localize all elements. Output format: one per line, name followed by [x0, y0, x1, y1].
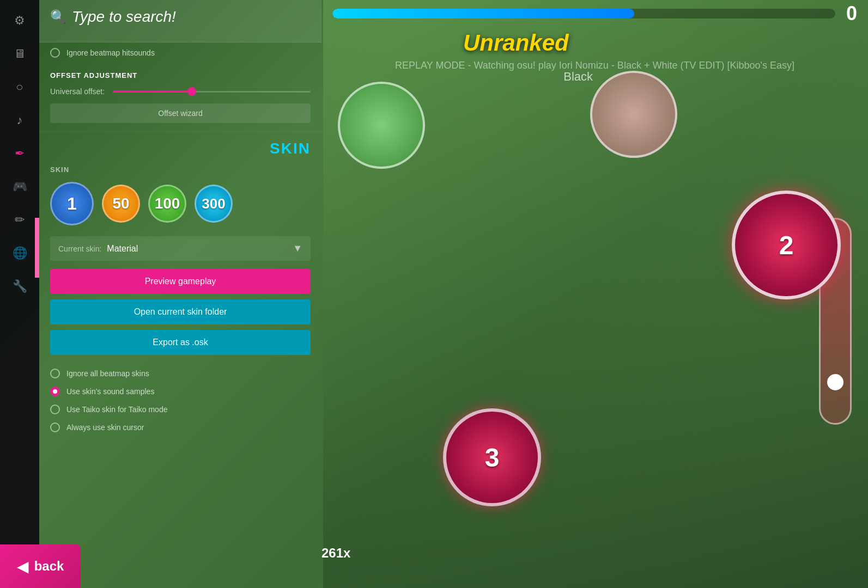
- dropdown-arrow-icon: ▼: [293, 243, 302, 254]
- radio-row-1: Use skin's sound samples: [50, 387, 311, 396]
- radio-label-1: Use skin's sound samples: [66, 387, 154, 396]
- preview-gameplay-button[interactable]: Preview gameplay: [50, 269, 311, 294]
- unranked-badge: Unranked: [463, 30, 569, 56]
- combo-counter: 261x: [321, 546, 350, 561]
- sidebar-icon-display[interactable]: 🖥: [4, 39, 35, 69]
- preview-circle-100: 100: [148, 185, 186, 223]
- sidebar-icon-edit2[interactable]: ✏: [4, 205, 35, 235]
- progress-bar-container: [332, 9, 835, 19]
- radio-use-samples[interactable]: [50, 387, 60, 396]
- skin-section: SKIN SKIN 1 50 100 300 Current skin: Mat…: [39, 132, 321, 440]
- score-display: 0: [846, 2, 857, 25]
- sidebar-icon-audio[interactable]: ♪: [4, 105, 35, 136]
- search-placeholder[interactable]: Type to search!: [72, 8, 176, 26]
- radio-label-3: Always use skin cursor: [66, 423, 144, 432]
- offset-slider[interactable]: [113, 86, 311, 97]
- radio-row-3: Always use skin cursor: [50, 422, 311, 432]
- radio-row-2: Use Taiko skin for Taiko mode: [50, 405, 311, 414]
- left-sidebar: ⚙ 🖥 ○ ♪ ✒ 🎮 ✏ 🌐 🔧: [0, 0, 39, 588]
- unranked-text: Unranked: [463, 30, 569, 56]
- offset-slider-fill: [113, 91, 192, 93]
- sidebar-icon-settings[interactable]: ⚙: [4, 5, 35, 36]
- sidebar-icon-pen[interactable]: ✒: [4, 138, 35, 169]
- search-icon: 🔍: [50, 9, 66, 24]
- ignore-hitsounds-label: Ignore beatmap hitsounds: [66, 48, 155, 57]
- offset-section: OFFSET ADJUSTMENT Universal offset: Offs…: [39, 63, 321, 132]
- radio-row-0: Ignore all beatmap skins: [50, 369, 311, 378]
- sidebar-icon-wrench[interactable]: 🔧: [4, 271, 35, 302]
- offset-section-title: OFFSET ADJUSTMENT: [50, 71, 311, 79]
- game-hit-circle-3: 3: [443, 408, 541, 506]
- back-label: back: [34, 559, 64, 574]
- radio-label-2: Use Taiko skin for Taiko mode: [66, 405, 167, 414]
- sidebar-icon-circle[interactable]: ○: [4, 72, 35, 102]
- top-option-row: Ignore beatmap hitsounds: [39, 42, 321, 63]
- universal-offset-row: Universal offset:: [50, 86, 311, 97]
- sidebar-icon-globe[interactable]: 🌐: [4, 238, 35, 268]
- universal-offset-label: Universal offset:: [50, 87, 105, 96]
- offset-wizard-button[interactable]: Offset wizard: [50, 103, 311, 123]
- preview-circle-300: 300: [195, 185, 233, 223]
- current-skin-value: Material: [107, 244, 293, 254]
- hit-circles-preview: 1 50 100 300: [50, 182, 311, 225]
- progress-bar-fill: [332, 9, 634, 19]
- game-hit-circle-green: [338, 82, 425, 169]
- search-bar: 🔍 Type to search!: [39, 0, 321, 42]
- preview-circle-50: 50: [102, 185, 140, 223]
- export-osk-button[interactable]: Export as .osk: [50, 330, 311, 355]
- radio-label-0: Ignore all beatmap skins: [66, 369, 149, 378]
- back-button[interactable]: ◀ back: [0, 544, 81, 588]
- radio-use-cursor[interactable]: [50, 422, 60, 432]
- game-hit-circle-pink: [590, 71, 677, 158]
- game-slider-ball: [827, 374, 843, 390]
- current-skin-label: Current skin:: [58, 244, 101, 253]
- main-content-panel: 🔍 Type to search! Ignore beatmap hitsoun…: [39, 0, 321, 588]
- black-text-indicator: Black: [563, 70, 593, 84]
- radio-taiko-skin[interactable]: [50, 405, 60, 414]
- progress-bar: [332, 9, 835, 19]
- top-bar: 0: [321, 0, 868, 27]
- sidebar-icon-gamepad[interactable]: 🎮: [4, 171, 35, 202]
- skin-radio-options: Ignore all beatmap skins Use skin's soun…: [50, 369, 311, 432]
- game-hit-circle-2: 2: [732, 191, 841, 299]
- open-skin-folder-button[interactable]: Open current skin folder: [50, 299, 311, 324]
- replay-mode-text: REPLAY MODE - Watching osu! play Iori No…: [321, 60, 868, 71]
- skin-dropdown[interactable]: Current skin: Material ▼: [50, 236, 311, 261]
- skin-label-sm: SKIN: [50, 166, 311, 174]
- skin-section-title: SKIN: [50, 140, 311, 157]
- back-arrow-icon: ◀: [17, 558, 29, 575]
- preview-circle-1: 1: [50, 182, 94, 225]
- sidebar-active-indicator: [35, 218, 39, 278]
- offset-slider-thumb[interactable]: [187, 87, 196, 96]
- radio-ignore-skins[interactable]: [50, 369, 60, 378]
- ignore-hitsounds-radio[interactable]: [50, 48, 60, 58]
